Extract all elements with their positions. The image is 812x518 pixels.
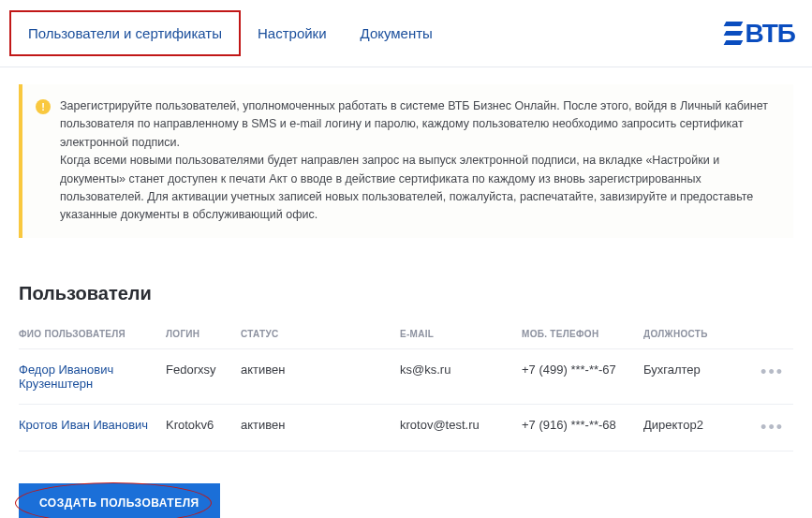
th-status: СТАТУС xyxy=(241,321,400,349)
logo-text: ВТБ xyxy=(746,19,795,49)
th-position: ДОЛЖНОСТЬ xyxy=(643,321,756,349)
create-user-button[interactable]: СОЗДАТЬ ПОЛЬЗОВАТЕЛЯ xyxy=(19,483,220,518)
info-box: ! Зарегистрируйте пользователей, уполном… xyxy=(19,84,793,238)
user-login: Krotokv6 xyxy=(166,404,241,451)
user-name-link[interactable]: Федор Иванович Крузенштерн xyxy=(19,363,113,391)
user-login: Fedorxsy xyxy=(166,348,241,404)
info-text: Зарегистрируйте пользователей, уполномоч… xyxy=(60,97,778,225)
th-email: E-MAIL xyxy=(400,321,522,349)
tabs: Пользователи и сертификаты Настройки Док… xyxy=(0,0,450,67)
user-name-link[interactable]: Кротов Иван Иванович xyxy=(19,418,148,432)
content-area: ! Зарегистрируйте пользователей, уполном… xyxy=(0,67,812,518)
warning-icon: ! xyxy=(36,99,51,114)
user-phone: +7 (916) ***-**-68 xyxy=(522,404,643,451)
user-position: Бухгалтер xyxy=(643,348,756,404)
user-status: активен xyxy=(241,404,400,451)
th-login: ЛОГИН xyxy=(166,321,241,349)
table-row: Кротов Иван Иванович Krotokv6 активен kr… xyxy=(19,404,793,451)
user-email: krotov@test.ru xyxy=(400,404,522,451)
row-actions-icon[interactable]: ••• xyxy=(760,363,784,381)
user-position: Директор2 xyxy=(643,404,756,451)
user-phone: +7 (499) ***-**-67 xyxy=(522,348,643,404)
logo: ВТБ xyxy=(725,19,795,49)
th-actions xyxy=(756,321,793,349)
create-user-row: СОЗДАТЬ ПОЛЬЗОВАТЕЛЯ xyxy=(19,483,793,518)
th-phone: МОБ. ТЕЛЕФОН xyxy=(522,321,643,349)
user-status: активен xyxy=(241,348,400,404)
users-table: ФИО ПОЛЬЗОВАТЕЛЯ ЛОГИН СТАТУС E-MAIL МОБ… xyxy=(19,321,793,451)
tab-documents[interactable]: Документы xyxy=(344,12,450,54)
section-title-users: Пользователи xyxy=(19,283,793,304)
tab-settings[interactable]: Настройки xyxy=(241,12,344,54)
tab-users-certificates[interactable]: Пользователи и сертификаты xyxy=(9,10,241,56)
top-bar: Пользователи и сертификаты Настройки Док… xyxy=(0,0,812,67)
user-email: ks@ks.ru xyxy=(400,348,522,404)
th-name: ФИО ПОЛЬЗОВАТЕЛЯ xyxy=(19,321,166,349)
row-actions-icon[interactable]: ••• xyxy=(760,418,784,437)
table-row: Федор Иванович Крузенштерн Fedorxsy акти… xyxy=(19,348,793,404)
logo-stripes-icon xyxy=(725,22,742,45)
